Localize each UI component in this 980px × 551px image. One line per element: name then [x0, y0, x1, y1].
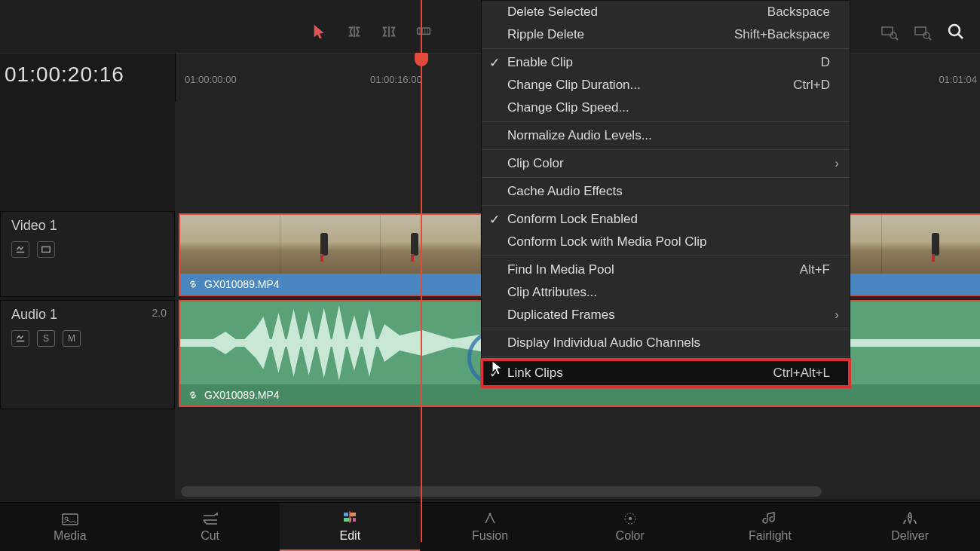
fusion-icon [481, 511, 499, 526]
mute-button[interactable]: M [63, 330, 81, 347]
page-tab-fusion[interactable]: Fusion [420, 503, 560, 551]
svg-line-14 [958, 34, 963, 38]
link-icon [188, 390, 198, 400]
audio-track-header[interactable]: Audio 1 2.0 S M [0, 300, 175, 409]
menu-label: Conform Lock with Media Pool Clip [507, 234, 707, 249]
media-icon [61, 511, 79, 526]
trim-tool-icon[interactable] [344, 21, 365, 42]
svg-point-18 [65, 517, 68, 520]
playhead-cap[interactable] [415, 53, 428, 66]
audio-track-name: Audio 1 [11, 307, 164, 323]
menu-shortcut: Ctrl+Alt+L [773, 366, 830, 381]
tab-label: Cut [201, 529, 219, 543]
menu-shortcut: Ctrl+D [793, 78, 830, 93]
menu-separator [482, 177, 850, 178]
svg-rect-2 [418, 28, 430, 34]
menu-shortcut: Alt+F [800, 262, 830, 277]
page-tab-media[interactable]: Media [0, 503, 140, 551]
tab-label: Fairlight [749, 529, 792, 543]
menu-separator [482, 149, 850, 150]
menu-find-pool[interactable]: Find In Media PoolAlt+F [482, 259, 850, 281]
tab-label: Fusion [472, 529, 508, 543]
menu-clip-attributes[interactable]: Clip Attributes... [482, 281, 850, 304]
svg-line-12 [929, 38, 931, 40]
menu-enable-clip[interactable]: ✓Enable ClipD [482, 51, 850, 74]
menu-separator [482, 357, 850, 357]
svg-point-27 [909, 516, 911, 518]
menu-separator [482, 256, 850, 256]
video-clip-filename: GX010089.MP4 [204, 278, 280, 290]
menu-display-channels[interactable]: Display Individual Audio Channels [482, 332, 850, 354]
menu-label: Conform Lock Enabled [507, 212, 638, 227]
zoom-in-icon[interactable] [912, 21, 933, 42]
menu-normalize-audio[interactable]: Normalize Audio Levels... [482, 124, 850, 147]
ruler-timecode: 01:00:16:00 [370, 74, 422, 85]
scrollbar-thumb[interactable] [181, 486, 822, 497]
menu-label: Ripple Delete [507, 27, 584, 42]
search-icon[interactable] [945, 21, 966, 42]
menu-label: Duplicated Frames [507, 308, 615, 323]
menu-cache-audio[interactable]: Cache Audio Effects [482, 180, 850, 203]
current-timecode: 01:00:20:16 [5, 63, 124, 87]
menu-ripple-delete[interactable]: Ripple DeleteShift+Backspace [482, 23, 850, 46]
page-tab-edit[interactable]: Edit [280, 503, 420, 551]
selection-tool-icon[interactable] [309, 21, 330, 42]
menu-label: Cache Audio Effects [507, 184, 623, 199]
page-tab-fairlight[interactable]: Fairlight [700, 503, 841, 551]
menu-clip-color[interactable]: Clip Color› [482, 152, 850, 175]
menu-shortcut: D [821, 55, 830, 70]
edit-icon [341, 511, 359, 526]
cursor-icon [492, 360, 504, 378]
playhead[interactable] [421, 0, 422, 542]
menu-label: Change Clip Duration... [507, 78, 641, 93]
menu-conform-lock[interactable]: ✓Conform Lock Enabled [482, 208, 850, 231]
tab-label: Color [616, 529, 645, 543]
menu-link-clips[interactable]: ✓Link ClipsCtrl+Alt+L [482, 360, 850, 387]
menu-separator [482, 329, 850, 329]
menu-change-duration[interactable]: Change Clip Duration...Ctrl+D [482, 74, 850, 96]
blade-tool-icon[interactable] [413, 21, 434, 42]
menu-label: Clip Attributes... [507, 285, 597, 300]
menu-delete-selected[interactable]: Delete SelectedBackspace [482, 1, 850, 23]
chevron-right-icon: › [835, 156, 839, 171]
svg-rect-20 [350, 513, 356, 516]
page-tab-deliver[interactable]: Deliver [840, 503, 980, 551]
menu-change-speed[interactable]: Change Clip Speed... [482, 96, 850, 119]
timeline-scrollbar[interactable] [181, 486, 822, 497]
solo-button[interactable]: S [37, 330, 55, 347]
tab-label: Media [54, 529, 87, 543]
page-tab-cut[interactable]: Cut [140, 503, 280, 551]
video-track-header[interactable]: Video 1 [0, 211, 175, 297]
menu-label: Delete Selected [507, 5, 598, 20]
svg-rect-15 [42, 247, 51, 253]
svg-rect-19 [344, 513, 348, 516]
menu-label: Change Clip Speed... [507, 100, 629, 115]
channel-count: 2.0 [152, 307, 167, 319]
svg-line-9 [896, 38, 898, 40]
svg-rect-22 [353, 518, 356, 522]
audio-clip-filename: GX010089.MP4 [204, 389, 280, 401]
page-tabs: Media Cut Edit Fusion Color Fairlight De… [0, 502, 980, 551]
menu-conform-pool[interactable]: Conform Lock with Media Pool Clip [482, 231, 850, 253]
zoom-out-icon[interactable] [879, 21, 900, 42]
svg-point-8 [890, 32, 896, 38]
dynamic-trim-icon[interactable] [378, 21, 400, 42]
video-track-name: Video 1 [11, 218, 164, 234]
menu-label: Link Clips [507, 366, 563, 381]
svg-point-24 [489, 513, 492, 516]
page-tab-color[interactable]: Color [560, 503, 700, 551]
audio-clip-label: GX010089.MP4 [180, 384, 980, 406]
auto-select-icon[interactable] [11, 330, 29, 347]
link-icon [188, 279, 198, 289]
check-icon: ✓ [489, 55, 500, 71]
menu-label: Clip Color [507, 156, 564, 171]
svg-point-11 [923, 32, 929, 38]
menu-duplicated-frames[interactable]: Duplicated Frames› [482, 304, 850, 326]
menu-label: Display Individual Audio Channels [507, 335, 700, 350]
track-display-icon[interactable] [37, 241, 55, 258]
auto-select-icon[interactable] [11, 241, 29, 258]
svg-point-26 [629, 517, 632, 520]
menu-label: Find In Media Pool [507, 262, 614, 277]
fairlight-icon [761, 511, 779, 526]
menu-shortcut: Backspace [767, 5, 830, 20]
